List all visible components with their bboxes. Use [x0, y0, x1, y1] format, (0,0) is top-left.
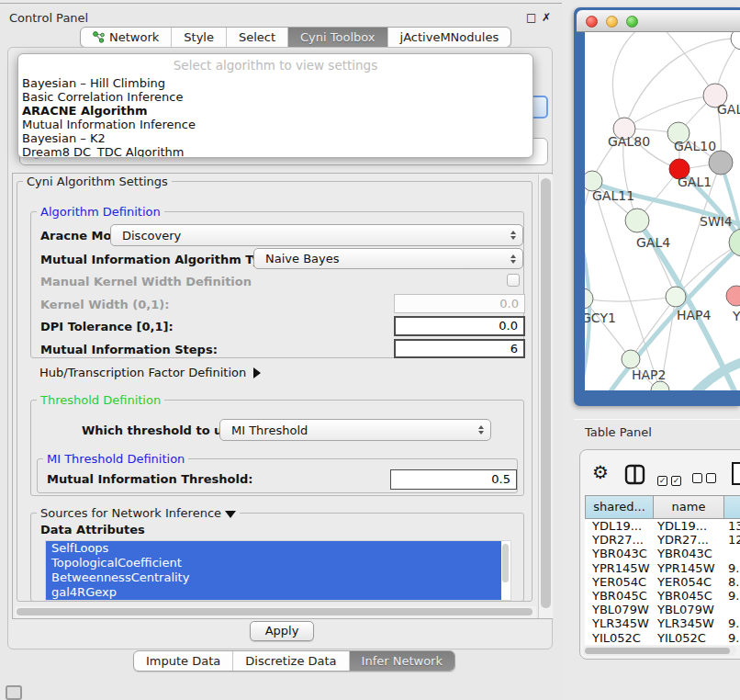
table-row[interactable]: YER054CYER054C8.: [585, 575, 740, 589]
control-panel-title: Control Panel: [9, 11, 88, 25]
deselect-all-checkboxes-icon[interactable]: [692, 469, 720, 487]
tab-infer-network[interactable]: Infer Network: [350, 651, 454, 671]
popup-item-mutual-information[interactable]: Mutual Information Inference: [18, 118, 533, 131]
node-pink[interactable]: [726, 286, 740, 306]
control-panel: Control Panel □ ✗ Network Style Select C…: [0, 3, 562, 700]
kernel-width-field-wrap: 0.0: [394, 294, 525, 313]
popup-item-basic-correlation[interactable]: Basic Correlation Inference: [18, 90, 533, 104]
list-scrollbar[interactable]: [501, 542, 510, 599]
tab-style[interactable]: Style: [172, 28, 227, 47]
mi-type-label: Mutual Information Algorithm Type:: [40, 253, 282, 266]
mi-type-combobox[interactable]: Naive Bayes: [253, 248, 523, 269]
mi-steps-field[interactable]: 6: [394, 339, 525, 358]
sources-group-title[interactable]: Sources for Network Inference: [37, 506, 240, 520]
which-threshold-combobox[interactable]: MI Threshold: [219, 419, 491, 441]
node-unlabeled[interactable]: [731, 32, 740, 50]
label-gal4: GAL4: [636, 235, 670, 250]
hub-factor-expander[interactable]: Hub/Transcription Factor Definition: [39, 366, 261, 379]
column-header-shared-name[interactable]: shared...: [586, 496, 654, 518]
network-tab-icon: [93, 31, 105, 43]
hub-factor-label: Hub/Transcription Factor Definition: [39, 366, 246, 379]
list-item[interactable]: BetweennessCentrality: [46, 570, 501, 585]
combo-arrows-icon: [510, 254, 516, 264]
table-row[interactable]: YPR145WYPR145W9.: [585, 561, 740, 575]
split-view-icon[interactable]: [624, 464, 645, 485]
tab-discretize-data[interactable]: Discretize Data: [233, 651, 349, 671]
cyni-algorithm-settings-group: Cyni Algorithm Settings Algorithm Defini…: [17, 181, 533, 602]
tab-discretize-data-label: Discretize Data: [245, 651, 336, 671]
list-item[interactable]: SelfLoops: [46, 541, 501, 556]
expander-expanded-icon: [225, 511, 236, 518]
tab-infer-network-label: Infer Network: [362, 651, 443, 671]
table-row[interactable]: YLR345WYLR345W9.: [585, 616, 740, 630]
node-gcy1[interactable]: [585, 288, 593, 309]
popup-item-dream8[interactable]: Dream8 DC_TDC Algorithm: [18, 145, 533, 158]
popup-item-aracne[interactable]: ARACNE Algorithm: [18, 104, 533, 118]
network-canvas[interactable]: GAL GAL80 GAL10 GAL1 GAL11 GAL4 SWI4 GCY…: [585, 32, 740, 390]
minimize-window-icon[interactable]: [606, 16, 618, 28]
mi-threshold-group: MI Threshold Definition Mutual Informati…: [37, 458, 518, 493]
column-header-cut[interactable]: [724, 496, 740, 518]
table-body: YDL19...YDL19...13 YDR27...YDR27...12 YB…: [585, 519, 740, 645]
node-hap2[interactable]: [622, 350, 640, 368]
horizontal-scrollbar[interactable]: [15, 606, 536, 618]
close-window-icon[interactable]: [586, 16, 598, 28]
vertical-scrollbar[interactable]: [538, 175, 553, 618]
popup-item-bayesian-hill-climbing[interactable]: Bayesian – Hill Climbing: [18, 76, 533, 90]
tab-impute-data[interactable]: Impute Data: [134, 651, 233, 671]
table-panel: ⚙ ✓✓ shared... name YDL19...YDL19...13 Y…: [579, 449, 740, 660]
list-item[interactable]: TopologicalCoefficient: [46, 556, 501, 570]
mi-threshold-field[interactable]: 0.5: [390, 469, 517, 490]
kernel-width-field[interactable]: 0.0: [394, 294, 525, 313]
table-row[interactable]: YDL19...YDL19...13: [585, 519, 740, 533]
node-bottom[interactable]: [651, 381, 669, 390]
dpi-tolerance-field[interactable]: 0.0: [394, 316, 525, 336]
popup-item-bayesian-k2[interactable]: Bayesian – K2: [18, 131, 533, 145]
cyni-settings-group-title: Cyni Algorithm Settings: [23, 175, 172, 188]
combo-arrows-icon: [478, 425, 484, 435]
table-horizontal-scrollbar[interactable]: [583, 646, 736, 656]
tab-network[interactable]: Network: [81, 28, 172, 47]
mi-steps-field-wrap: 6: [394, 339, 525, 358]
apply-button[interactable]: Apply: [250, 621, 314, 641]
tab-cyni-toolbox[interactable]: Cyni Toolbox: [288, 28, 388, 47]
zoom-window-icon[interactable]: [626, 16, 638, 28]
threshold-definition-group: Threshold Definition Which threshold to …: [30, 400, 524, 496]
algorithm-dropdown-popup: Select algorithm to view settings Bayesi…: [17, 53, 533, 158]
list-item[interactable]: gal4RGexp: [46, 585, 501, 600]
tab-jactivemnodules[interactable]: jActiveMNodules: [388, 28, 511, 47]
mini-window-icon[interactable]: [6, 685, 22, 700]
node-hap4[interactable]: [666, 287, 686, 307]
settings-gear-icon[interactable]: ⚙: [592, 463, 609, 481]
table-row[interactable]: YBR043CYBR043C: [585, 547, 740, 560]
new-table-icon[interactable]: [731, 461, 740, 486]
table-row[interactable]: YIL052CYIL052C9.: [585, 631, 740, 645]
dpi-tolerance-field-wrap: 0.0: [394, 316, 525, 336]
mi-type-value: Naive Bayes: [265, 252, 339, 265]
label-hap4: HAP4: [677, 308, 712, 322]
table-row[interactable]: YBL079WYBL079W: [585, 603, 740, 616]
manual-kernel-checkbox[interactable]: [507, 274, 520, 287]
table-row[interactable]: YBR045CYBR045C9.: [585, 589, 740, 603]
data-attributes-list[interactable]: SelfLoops TopologicalCoefficient Between…: [45, 540, 511, 601]
tab-select[interactable]: Select: [227, 28, 288, 47]
select-all-checkboxes-icon[interactable]: ✓✓: [657, 469, 685, 487]
mi-threshold-label: Mutual Information Threshold:: [47, 472, 252, 486]
which-threshold-value: MI Threshold: [231, 423, 308, 437]
table-header-row: shared... name: [585, 495, 740, 519]
label-gal80: GAL80: [608, 134, 650, 149]
algorithm-definition-group: Algorithm Definition Aracne Mode: Discov…: [30, 211, 524, 358]
bottom-tabbar: Impute Data Discretize Data Infer Networ…: [133, 650, 455, 672]
expander-collapsed-icon: [253, 367, 261, 378]
label-gal10: GAL10: [674, 139, 716, 153]
node-gal4[interactable]: [625, 209, 649, 232]
close-panel-icon[interactable]: ✗: [542, 11, 551, 24]
network-window-titlebar[interactable]: [577, 10, 740, 32]
node-gray[interactable]: [709, 151, 733, 175]
tab-select-label: Select: [239, 28, 275, 47]
float-panel-icon[interactable]: □: [526, 11, 536, 24]
label-swi4: SWI4: [700, 214, 733, 229]
aracne-mode-combobox[interactable]: Discovery: [110, 224, 523, 246]
table-row[interactable]: YDR27...YDR27...12: [585, 533, 740, 547]
column-header-name[interactable]: name: [654, 496, 724, 518]
